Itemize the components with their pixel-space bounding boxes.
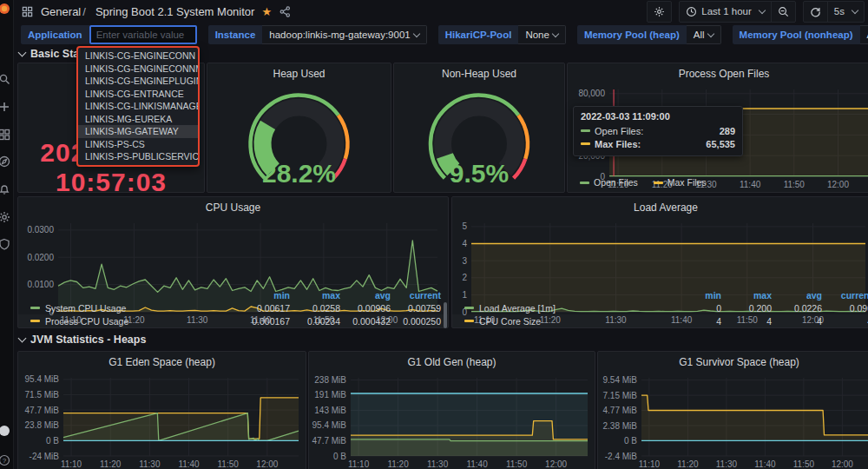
- dropdown-item[interactable]: LINKIS-CG-LINKISMANAGER: [78, 100, 198, 113]
- server-time-value: 10:57:03: [18, 168, 204, 197]
- legend-value: 0.00617: [240, 303, 290, 314]
- load-average-chart[interactable]: 01234511:1011:2011:3011:4011:5012:00: [452, 216, 868, 288]
- panel-title[interactable]: CPU Usage: [18, 197, 448, 216]
- share-icon[interactable]: [279, 6, 291, 17]
- chevron-down-icon: [18, 49, 27, 57]
- dropdown-item[interactable]: LINKIS-PS-CS: [78, 138, 198, 151]
- svg-text:11:10: 11:10: [348, 459, 370, 469]
- breadcrumb-folder[interactable]: General: [41, 5, 81, 18]
- memory-pool-nonheap-value[interactable]: All: [860, 25, 868, 44]
- chevron-down-icon: [759, 7, 766, 14]
- dropdown-item[interactable]: LINKIS-CG-ENGINECONN: [78, 50, 198, 63]
- create-plus-icon[interactable]: [0, 101, 10, 113]
- top-nav: General / Spring Boot 2.1 System Monitor…: [13, 0, 868, 23]
- svg-text:0.0300: 0.0300: [27, 225, 54, 234]
- row-header-jvm-heaps[interactable]: JVM Statistics - Heaps: [19, 334, 146, 346]
- explore-icon[interactable]: [0, 155, 10, 168]
- panel-title[interactable]: Heap Used: [207, 63, 391, 83]
- legend-row: Load Average [1m]00.2000.02260.090: [452, 301, 868, 314]
- memory-pool-heap-text: All: [694, 30, 705, 40]
- variable-memory-pool-heap: Memory Pool (heap) All: [577, 25, 721, 44]
- breadcrumb-separator: /: [82, 5, 86, 18]
- panel-title[interactable]: G1 Survivor Space (heap): [598, 352, 868, 371]
- g1-survivor-chart[interactable]: -2.4 MiB0 B2.38 MiB4.77 MiB7.15 MiB9.54 …: [598, 371, 868, 469]
- legend-series-name[interactable]: Load Average [1m]: [464, 303, 671, 314]
- time-range-picker[interactable]: Last 1 hour: [680, 2, 771, 22]
- svg-text:11:20: 11:20: [387, 459, 409, 469]
- legend-item[interactable]: Open Files: [580, 177, 638, 188]
- series-dash-icon: [654, 182, 663, 184]
- legend-series-name[interactable]: CPU Core Size: [464, 316, 671, 327]
- dropdown-item[interactable]: LINKIS-CG-ENGINECONNMANAGER: [78, 63, 198, 76]
- legend-value: 4: [822, 316, 868, 327]
- svg-text:143 MiB: 143 MiB: [314, 406, 346, 415]
- memory-pool-heap-value[interactable]: All: [687, 25, 721, 44]
- panel-title[interactable]: G1 Eden Space (heap): [18, 352, 306, 371]
- zoom-out-button[interactable]: [772, 2, 795, 22]
- legend-value: 0.000432: [340, 316, 391, 327]
- series-dash-icon: [30, 320, 40, 322]
- chevron-down-icon: [18, 334, 27, 343]
- dashboards-icon[interactable]: [0, 129, 10, 141]
- legend-scrollbar[interactable]: [444, 302, 447, 328]
- svg-text:191 MiB: 191 MiB: [314, 390, 346, 400]
- legend-series-name[interactable]: System CPU Usage: [30, 303, 240, 314]
- panel-title[interactable]: Non-Heap Used: [394, 63, 564, 83]
- dropdown-item[interactable]: LINKIS-CG-ENTRANCE: [78, 88, 198, 101]
- legend-column-header[interactable]: avg: [772, 290, 822, 301]
- panel-title[interactable]: G1 Old Gen (heap): [309, 352, 595, 371]
- server-admin-shield-icon[interactable]: [0, 238, 10, 250]
- instance-variable-value[interactable]: hadoop:linkis-mg-gateway:9001: [262, 25, 426, 44]
- dropdown-item[interactable]: LINKIS-CG-ENGINEPLUGIN: [78, 75, 198, 88]
- series-dash-icon: [581, 129, 590, 132]
- configuration-gear-icon[interactable]: [0, 211, 10, 223]
- svg-text:11:30: 11:30: [427, 459, 449, 469]
- dropdown-item[interactable]: LINKIS-MG-EUREKA: [78, 113, 198, 126]
- cpu-usage-chart[interactable]: 00.01000.02000.030011:1011:2011:3011:401…: [18, 216, 448, 288]
- star-icon[interactable]: ★: [261, 6, 272, 17]
- legend-row: CPU Core Size4444: [452, 314, 868, 327]
- search-icon[interactable]: [0, 73, 10, 85]
- legend-column-header[interactable]: min: [671, 290, 721, 301]
- legend-column-header[interactable]: current: [391, 290, 441, 301]
- legend-column-header[interactable]: max: [290, 290, 340, 301]
- legend-value: 0.000167: [240, 316, 290, 327]
- refresh-interval-picker[interactable]: 5s: [828, 2, 864, 22]
- user-avatar-icon[interactable]: [0, 425, 10, 437]
- alerting-bell-icon[interactable]: [0, 183, 10, 195]
- gear-icon: [654, 6, 665, 17]
- svg-text:0.0200: 0.0200: [27, 253, 54, 262]
- svg-text:11:50: 11:50: [506, 459, 528, 469]
- legend-value: 4: [772, 316, 822, 327]
- variable-application: Application: [21, 25, 197, 44]
- help-icon[interactable]: ?: [0, 454, 10, 466]
- legend-value: 0.0226: [772, 303, 822, 314]
- dropdown-item[interactable]: LINKIS-MG-GATEWAY: [78, 125, 198, 138]
- nonheap-used-gauge: 9.5%: [394, 83, 564, 195]
- panel-title[interactable]: Load Average: [452, 197, 868, 216]
- open-files-legend: Open FilesMax Files: [568, 175, 868, 192]
- legend-value: 0.200: [721, 303, 772, 314]
- legend-column-header[interactable]: current: [822, 290, 868, 301]
- heap-used-gauge: 28.2%: [207, 83, 391, 195]
- grafana-logo-icon[interactable]: [0, 3, 10, 15]
- application-variable-input[interactable]: [89, 25, 197, 44]
- legend-column-header[interactable]: avg: [340, 290, 391, 301]
- legend-column-header[interactable]: max: [721, 290, 772, 301]
- legend-series-name[interactable]: Process CPU Usage: [30, 316, 240, 327]
- dropdown-item[interactable]: LINKIS-PS-PUBLICSERVICE: [78, 150, 198, 163]
- dashboard-settings-button[interactable]: [647, 1, 672, 23]
- grafana-dashboard: ? General / Spring Boot 2.1 System Monit…: [0, 0, 868, 469]
- refresh-button[interactable]: [804, 2, 827, 22]
- svg-text:23.8 MiB: 23.8 MiB: [25, 420, 60, 430]
- panel-title[interactable]: Process Open Files: [568, 63, 868, 83]
- legend-column-header[interactable]: min: [240, 290, 290, 301]
- svg-text:4.77 MiB: 4.77 MiB: [603, 406, 638, 415]
- legend-item[interactable]: Max Files: [654, 177, 707, 188]
- g1-old-gen-chart[interactable]: 0 B47.7 MiB95.4 MiB143 MiB191 MiB238 MiB…: [309, 371, 595, 469]
- g1-eden-chart[interactable]: -24 MiB0 B23.8 MiB47.7 MiB71.5 MiB95.4 M…: [18, 371, 306, 469]
- svg-text:11:50: 11:50: [793, 459, 815, 469]
- hikaricp-variable-value[interactable]: None: [518, 25, 566, 44]
- dashboards-grid-icon[interactable]: [22, 6, 33, 17]
- instance-value-text: hadoop:linkis-mg-gateway:9001: [269, 30, 410, 40]
